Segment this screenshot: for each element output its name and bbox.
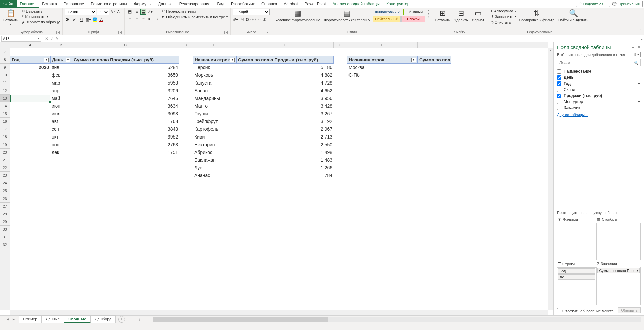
row-header-26[interactable]: 26 <box>0 195 10 203</box>
borders-button[interactable]: ▦▾ <box>85 17 91 23</box>
expand-formula-bar[interactable]: ⌄ <box>639 36 644 41</box>
row-header-27[interactable]: 27 <box>0 203 10 210</box>
cell[interactable]: Морковь <box>193 71 236 79</box>
cell[interactable]: 3848 <box>72 125 179 133</box>
align-right-button[interactable]: ≡ <box>140 16 146 22</box>
insert-cells-button[interactable]: ⊞Вставить <box>434 9 452 23</box>
cell[interactable]: 4 652 <box>236 87 334 95</box>
align-launcher[interactable]: ↘ <box>224 31 228 34</box>
tab-Рецензирование[interactable]: Рецензирование <box>176 0 214 8</box>
font-size-select[interactable]: 11 <box>97 9 109 15</box>
align-left-button[interactable]: ≡ <box>127 16 133 22</box>
orientation-button[interactable]: ⤢▾ <box>147 9 153 15</box>
row-header-9[interactable]: 9 <box>0 64 10 71</box>
tab-Вставка[interactable]: Вставка <box>39 0 60 8</box>
row-header-32[interactable]: 32 <box>0 241 10 249</box>
indent-dec-button[interactable]: ⇤ <box>147 16 153 22</box>
field-item[interactable]: Заказчик <box>557 105 641 111</box>
tab-Справка[interactable]: Справка <box>258 0 280 8</box>
cell[interactable]: май <box>50 95 72 102</box>
filter-dropdown[interactable]: ▾ <box>44 58 49 62</box>
cell[interactable]: Сумма по пол <box>418 56 451 64</box>
cell[interactable]: С-Пб <box>347 71 418 79</box>
cell[interactable]: 1 483 <box>236 156 334 164</box>
currency-button[interactable]: ₽▾ <box>233 17 239 23</box>
cell[interactable]: фев <box>50 71 72 79</box>
area-columns[interactable] <box>596 223 641 261</box>
area-filters[interactable] <box>557 223 596 261</box>
styles-more-arrow[interactable]: ⠿ <box>428 16 430 19</box>
field-checkbox[interactable] <box>557 100 561 104</box>
cell[interactable]: 3634 <box>72 102 179 110</box>
merge-center-button[interactable]: ⬌Объединить и поместить в центре▾ <box>161 14 228 19</box>
cut-button[interactable]: ✂Вырезать <box>21 9 61 14</box>
tab-Разметка страницы[interactable]: Разметка страницы <box>87 0 130 8</box>
cell[interactable]: Персик <box>193 64 236 71</box>
sheet-tab-Сводные[interactable]: Сводные <box>64 315 91 323</box>
field-checkbox[interactable] <box>557 88 561 92</box>
row-header-10[interactable]: 10 <box>0 71 10 79</box>
cell[interactable]: авг <box>50 118 72 125</box>
comma-button[interactable]: 000 <box>246 17 252 23</box>
cell[interactable]: День▾ <box>50 56 72 64</box>
cell[interactable]: 2 713 <box>236 133 334 141</box>
worksheet-grid[interactable]: ABCDEFGH 7891011121314151617181920212223… <box>0 42 553 315</box>
sheet-nav-next[interactable]: ► <box>12 317 15 321</box>
col-header-B[interactable]: B <box>50 42 72 48</box>
cell[interactable]: 1751 <box>72 149 179 156</box>
font-name-select[interactable]: Calibri <box>65 9 96 15</box>
field-checkbox[interactable] <box>557 106 561 110</box>
tab-Acrobat[interactable]: Acrobat <box>280 0 301 8</box>
cell[interactable]: 2 550 <box>236 141 334 149</box>
cell[interactable]: 1768 <box>72 118 179 125</box>
cell[interactable]: Грейпфрут <box>193 118 236 125</box>
tab-Рисование[interactable]: Рисование <box>60 0 87 8</box>
comments-button[interactable]: 💬Примечания <box>609 1 643 7</box>
filter-dropdown[interactable]: ▾ <box>411 58 416 62</box>
tab-Анализ сводной таблицы[interactable]: Анализ сводной таблицы <box>329 0 383 8</box>
cell[interactable]: Баклажан <box>193 156 236 164</box>
defer-checkbox[interactable]: Отложить обновление макета <box>557 308 614 313</box>
cell[interactable]: Ананас <box>193 172 236 179</box>
cell[interactable]: 2763 <box>72 141 179 149</box>
pane-layout-button[interactable]: ⚙ ▾ <box>632 52 641 57</box>
tab-Вид[interactable]: Вид <box>214 0 228 8</box>
align-center-button[interactable]: ≡ <box>133 16 140 22</box>
cell[interactable]: июн <box>50 102 72 110</box>
wrap-text-button[interactable]: ↩Переносить текст <box>161 9 228 14</box>
copy-button[interactable]: ⎘Копировать▾ <box>21 14 61 19</box>
paste-button[interactable]: 📋Вставить▾ <box>2 9 20 26</box>
sheet-tab-Данные[interactable]: Данные <box>42 315 64 323</box>
area-chip[interactable]: Год▾ <box>558 268 595 274</box>
row-header-23[interactable]: 23 <box>0 172 10 179</box>
align-bottom-button[interactable]: ⬓ <box>140 9 146 15</box>
underline-button[interactable]: Ч <box>78 17 84 23</box>
style-neutral[interactable]: Нейтральный <box>373 16 401 22</box>
indent-inc-button[interactable]: ⇥ <box>154 16 160 22</box>
field-item[interactable]: Наименование <box>557 68 641 74</box>
enter-fx-icon[interactable]: ✓ <box>50 36 54 41</box>
cell[interactable]: 3 192 <box>236 118 334 125</box>
row-header-11[interactable]: 11 <box>0 79 10 87</box>
cell[interactable]: Капуста <box>193 79 236 87</box>
row-header-25[interactable]: 25 <box>0 187 10 195</box>
row-header-12[interactable]: 12 <box>0 87 10 95</box>
format-cells-button[interactable]: ▭Формат <box>470 9 485 23</box>
cell[interactable]: 3 956 <box>236 95 334 102</box>
row-header-8[interactable]: 8 <box>0 56 10 64</box>
bold-button[interactable]: Ж <box>65 17 71 23</box>
row-header-13[interactable]: 13 <box>0 95 10 102</box>
clear-button[interactable]: ◇Очистить▾ <box>490 20 517 25</box>
cell[interactable]: сен <box>50 125 72 133</box>
row-header-30[interactable]: 30 <box>0 226 10 233</box>
filter-dropdown[interactable]: ▾ <box>230 58 235 62</box>
field-item[interactable]: Год▼ <box>557 80 641 87</box>
cell[interactable]: 5284 <box>72 64 179 71</box>
row-header-14[interactable]: 14 <box>0 102 10 110</box>
col-header-D[interactable]: D <box>179 42 193 48</box>
cell[interactable]: 1 498 <box>236 149 334 156</box>
area-rows[interactable]: Год▾День▾ <box>557 267 596 305</box>
filter-icon[interactable]: ▼ <box>637 100 641 104</box>
row-header-16[interactable]: 16 <box>0 118 10 125</box>
cell[interactable]: 5 186 <box>236 64 334 71</box>
